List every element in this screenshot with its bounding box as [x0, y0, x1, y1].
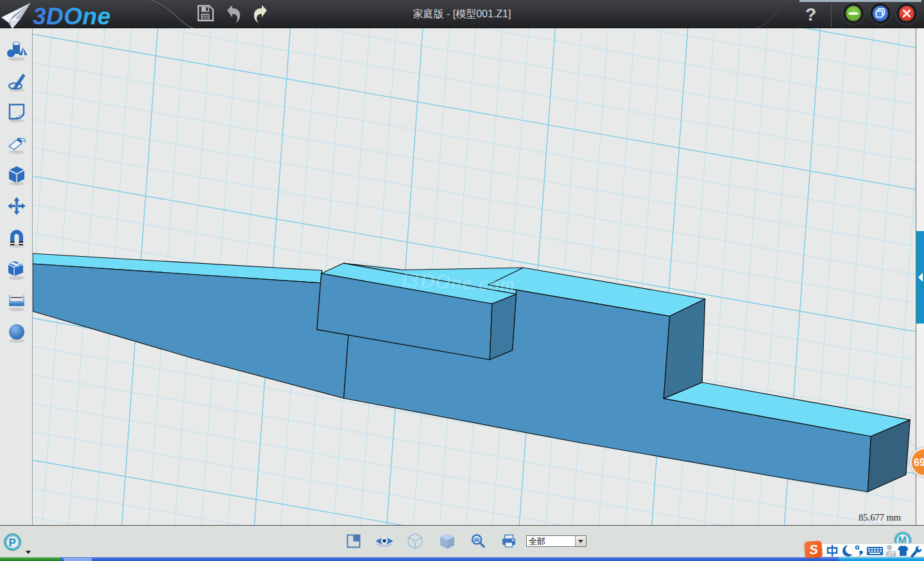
svg-text:P: P	[9, 537, 16, 549]
svg-text:14: 14	[890, 551, 896, 557]
svg-text:85.677 mm: 85.677 mm	[859, 512, 902, 522]
